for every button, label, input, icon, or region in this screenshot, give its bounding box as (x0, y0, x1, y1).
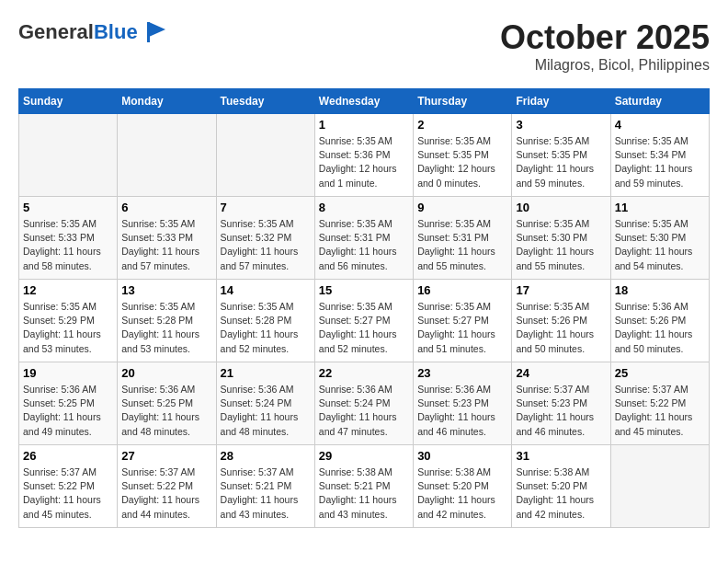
day-info: Sunrise: 5:35 AM Sunset: 5:26 PM Dayligh… (516, 300, 606, 356)
calendar-week-row: 19Sunrise: 5:36 AM Sunset: 5:25 PM Dayli… (19, 362, 710, 445)
day-info: Sunrise: 5:38 AM Sunset: 5:20 PM Dayligh… (417, 465, 507, 522)
day-info: Sunrise: 5:36 AM Sunset: 5:25 PM Dayligh… (23, 383, 113, 439)
day-info: Sunrise: 5:37 AM Sunset: 5:22 PM Dayligh… (23, 465, 113, 522)
day-info: Sunrise: 5:37 AM Sunset: 5:23 PM Dayligh… (516, 383, 606, 439)
calendar-cell: 24Sunrise: 5:37 AM Sunset: 5:23 PM Dayli… (512, 362, 610, 445)
calendar-week-row: 1Sunrise: 5:35 AM Sunset: 5:36 PM Daylig… (19, 114, 710, 197)
day-info: Sunrise: 5:35 AM Sunset: 5:28 PM Dayligh… (221, 300, 311, 356)
calendar-cell: 6Sunrise: 5:35 AM Sunset: 5:33 PM Daylig… (118, 197, 216, 280)
day-number: 20 (121, 366, 211, 380)
day-number: 16 (417, 283, 507, 297)
day-info: Sunrise: 5:35 AM Sunset: 5:29 PM Dayligh… (23, 300, 113, 356)
day-info: Sunrise: 5:36 AM Sunset: 5:24 PM Dayligh… (221, 383, 311, 439)
day-info: Sunrise: 5:35 AM Sunset: 5:27 PM Dayligh… (417, 300, 507, 356)
day-number: 7 (221, 201, 311, 214)
calendar-cell: 23Sunrise: 5:36 AM Sunset: 5:23 PM Dayli… (414, 362, 512, 445)
day-info: Sunrise: 5:36 AM Sunset: 5:25 PM Dayligh… (121, 383, 211, 439)
calendar-cell: 4Sunrise: 5:35 AM Sunset: 5:34 PM Daylig… (610, 114, 709, 197)
svg-marker-0 (149, 22, 165, 37)
calendar-cell: 25Sunrise: 5:37 AM Sunset: 5:22 PM Dayli… (610, 362, 709, 445)
calendar-cell: 27Sunrise: 5:37 AM Sunset: 5:22 PM Dayli… (118, 445, 216, 528)
calendar-week-row: 26Sunrise: 5:37 AM Sunset: 5:22 PM Dayli… (19, 445, 710, 528)
day-info: Sunrise: 5:35 AM Sunset: 5:33 PM Dayligh… (23, 217, 113, 273)
day-number: 22 (319, 366, 409, 380)
day-number: 1 (319, 118, 409, 132)
calendar-cell: 7Sunrise: 5:35 AM Sunset: 5:32 PM Daylig… (216, 197, 314, 280)
calendar-cell (610, 445, 709, 528)
calendar-cell: 28Sunrise: 5:37 AM Sunset: 5:21 PM Dayli… (216, 445, 314, 528)
calendar-cell: 20Sunrise: 5:36 AM Sunset: 5:25 PM Dayli… (118, 362, 216, 445)
day-number: 23 (417, 366, 507, 380)
day-number: 31 (516, 449, 606, 463)
day-number: 28 (221, 449, 311, 463)
day-number: 4 (615, 118, 705, 132)
day-number: 3 (516, 118, 606, 132)
calendar-cell: 12Sunrise: 5:35 AM Sunset: 5:29 PM Dayli… (19, 280, 118, 362)
day-number: 21 (221, 366, 311, 380)
day-info: Sunrise: 5:35 AM Sunset: 5:30 PM Dayligh… (516, 217, 606, 273)
calendar-table: SundayMondayTuesdayWednesdayThursdayFrid… (18, 88, 710, 528)
day-info: Sunrise: 5:37 AM Sunset: 5:22 PM Dayligh… (121, 465, 211, 522)
calendar-cell: 14Sunrise: 5:35 AM Sunset: 5:28 PM Dayli… (216, 280, 314, 362)
calendar-cell: 3Sunrise: 5:35 AM Sunset: 5:35 PM Daylig… (512, 114, 610, 197)
day-info: Sunrise: 5:35 AM Sunset: 5:32 PM Dayligh… (221, 217, 311, 273)
day-number: 5 (23, 201, 113, 214)
day-info: Sunrise: 5:35 AM Sunset: 5:27 PM Dayligh… (319, 300, 409, 356)
day-info: Sunrise: 5:36 AM Sunset: 5:24 PM Dayligh… (319, 383, 409, 439)
calendar-cell: 1Sunrise: 5:35 AM Sunset: 5:36 PM Daylig… (314, 114, 413, 197)
day-number: 14 (221, 283, 311, 297)
title-block: October 2025 Milagros, Bicol, Philippine… (500, 18, 710, 74)
day-number: 19 (23, 366, 113, 380)
calendar-cell: 8Sunrise: 5:35 AM Sunset: 5:31 PM Daylig… (314, 197, 413, 280)
location-title: Milagros, Bicol, Philippines (500, 57, 710, 74)
day-info: Sunrise: 5:35 AM Sunset: 5:30 PM Dayligh… (615, 217, 705, 273)
day-info: Sunrise: 5:37 AM Sunset: 5:22 PM Dayligh… (615, 383, 705, 439)
month-title: October 2025 (500, 18, 710, 57)
calendar-cell: 22Sunrise: 5:36 AM Sunset: 5:24 PM Dayli… (314, 362, 413, 445)
day-info: Sunrise: 5:35 AM Sunset: 5:31 PM Dayligh… (417, 217, 507, 273)
calendar-cell: 18Sunrise: 5:36 AM Sunset: 5:26 PM Dayli… (610, 280, 709, 362)
calendar-header-monday: Monday (118, 89, 216, 114)
calendar-cell (216, 114, 314, 197)
calendar-cell: 13Sunrise: 5:35 AM Sunset: 5:28 PM Dayli… (118, 280, 216, 362)
day-number: 25 (615, 366, 705, 380)
calendar-cell (19, 114, 118, 197)
day-number: 27 (121, 449, 211, 463)
day-info: Sunrise: 5:36 AM Sunset: 5:26 PM Dayligh… (615, 300, 705, 356)
day-number: 30 (417, 449, 507, 463)
calendar-header-wednesday: Wednesday (314, 89, 413, 114)
calendar-week-row: 12Sunrise: 5:35 AM Sunset: 5:29 PM Dayli… (19, 280, 710, 362)
calendar-cell: 21Sunrise: 5:36 AM Sunset: 5:24 PM Dayli… (216, 362, 314, 445)
day-info: Sunrise: 5:38 AM Sunset: 5:21 PM Dayligh… (319, 465, 409, 522)
calendar-cell: 11Sunrise: 5:35 AM Sunset: 5:30 PM Dayli… (610, 197, 709, 280)
calendar-header-tuesday: Tuesday (216, 89, 314, 114)
calendar-cell: 29Sunrise: 5:38 AM Sunset: 5:21 PM Dayli… (314, 445, 413, 528)
day-info: Sunrise: 5:35 AM Sunset: 5:36 PM Dayligh… (319, 134, 409, 190)
calendar-cell: 19Sunrise: 5:36 AM Sunset: 5:25 PM Dayli… (19, 362, 118, 445)
calendar-week-row: 5Sunrise: 5:35 AM Sunset: 5:33 PM Daylig… (19, 197, 710, 280)
day-number: 11 (615, 201, 705, 214)
day-info: Sunrise: 5:35 AM Sunset: 5:28 PM Dayligh… (121, 300, 211, 356)
day-number: 12 (23, 283, 113, 297)
calendar-header-row: SundayMondayTuesdayWednesdayThursdayFrid… (19, 89, 710, 114)
calendar-cell: 26Sunrise: 5:37 AM Sunset: 5:22 PM Dayli… (19, 445, 118, 528)
logo-blue: Blue (94, 20, 138, 43)
day-number: 18 (615, 283, 705, 297)
day-number: 10 (516, 201, 606, 214)
day-info: Sunrise: 5:35 AM Sunset: 5:35 PM Dayligh… (417, 134, 507, 190)
day-number: 29 (319, 449, 409, 463)
day-number: 6 (121, 201, 211, 214)
calendar-cell: 9Sunrise: 5:35 AM Sunset: 5:31 PM Daylig… (414, 197, 512, 280)
day-info: Sunrise: 5:35 AM Sunset: 5:35 PM Dayligh… (516, 134, 606, 190)
day-number: 15 (319, 283, 409, 297)
calendar-header-saturday: Saturday (610, 89, 709, 114)
day-number: 8 (319, 201, 409, 214)
logo-general: General (18, 20, 94, 43)
day-info: Sunrise: 5:38 AM Sunset: 5:20 PM Dayligh… (516, 465, 606, 522)
day-info: Sunrise: 5:35 AM Sunset: 5:31 PM Dayligh… (319, 217, 409, 273)
page-header: GeneralBlue October 2025 Milagros, Bicol… (18, 18, 710, 74)
calendar-cell: 2Sunrise: 5:35 AM Sunset: 5:35 PM Daylig… (414, 114, 512, 197)
calendar-cell: 10Sunrise: 5:35 AM Sunset: 5:30 PM Dayli… (512, 197, 610, 280)
calendar-cell: 16Sunrise: 5:35 AM Sunset: 5:27 PM Dayli… (414, 280, 512, 362)
calendar-cell: 31Sunrise: 5:38 AM Sunset: 5:20 PM Dayli… (512, 445, 610, 528)
